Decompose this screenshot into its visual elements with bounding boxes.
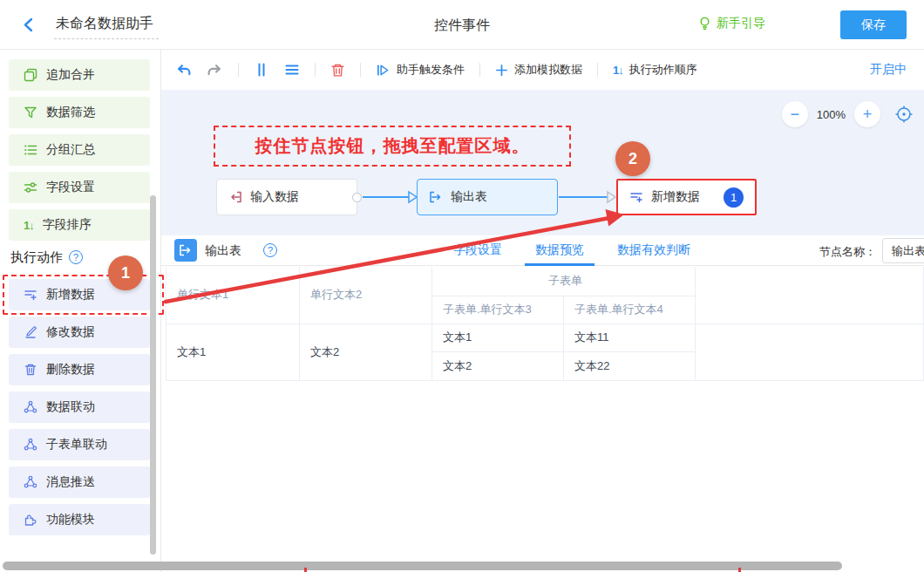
- zoom-controls: − 100% +: [782, 101, 914, 127]
- app-window: 控件事件 未命名数据助手 新手引导 保存 追加合并 数据筛选 分组汇总 字段设置: [0, 0, 924, 572]
- sidebar-item-data-linkage[interactable]: 数据联动: [9, 392, 150, 423]
- align-vertical-button[interactable]: [254, 62, 269, 78]
- table-header-row: 单行文本1 单行文本2 子表单: [166, 267, 924, 296]
- zoom-in-button[interactable]: +: [854, 101, 880, 127]
- status-toggle[interactable]: 开启中: [870, 62, 907, 78]
- node-label: 新增数据: [651, 189, 700, 205]
- data-linkage-icon: [24, 400, 37, 414]
- flow-canvas[interactable]: − 100% + 按住节点按钮，拖拽至配置区域。 输入数据 输出表: [161, 90, 924, 235]
- filter-icon: [24, 106, 37, 119]
- sidebar-item-label: 删除数据: [46, 362, 95, 378]
- help-icon[interactable]: ?: [69, 250, 83, 264]
- tab-data-preview[interactable]: 数据预览: [525, 235, 594, 266]
- sidebar-item-delete-data[interactable]: 删除数据: [9, 354, 150, 385]
- action-order-button[interactable]: 1↓ 执行动作顺序: [613, 62, 697, 78]
- sidebar-item-field-settings[interactable]: 字段设置: [9, 172, 150, 203]
- add-data-icon: [24, 288, 37, 302]
- node-output-table[interactable]: 输出表: [417, 179, 558, 215]
- node-label: 输入数据: [250, 189, 299, 205]
- tab-data-validation[interactable]: 数据有效判断: [607, 235, 701, 266]
- order-sort-icon: 1↓: [613, 64, 623, 77]
- toolbar-divider: [479, 63, 480, 77]
- toolbar-divider: [597, 63, 598, 77]
- panel-title: 输出表: [205, 243, 241, 259]
- field-settings-icon: [24, 180, 37, 194]
- horizontal-scrollbar[interactable]: [3, 562, 842, 570]
- sidebar-item-data-filter[interactable]: 数据筛选: [9, 97, 150, 128]
- drag-hint-tooltip: 按住节点按钮，拖拽至配置区域。: [214, 126, 571, 167]
- redo-icon: [207, 63, 223, 78]
- tutorial-dash-mark: [304, 568, 307, 572]
- sidebar-item-field-sort[interactable]: 1↓ 字段排序: [9, 209, 150, 241]
- column-subheader: 子表单.单行文本4: [564, 296, 696, 323]
- node-count-badge: 1: [724, 187, 744, 208]
- sidebar-item-subform-linkage[interactable]: 子表单联动: [9, 429, 150, 460]
- panel-output-table-icon: [174, 239, 197, 262]
- sidebar-scrollbar[interactable]: [150, 195, 156, 555]
- toolbar-divider: [238, 63, 239, 77]
- zoom-level: 100%: [817, 108, 846, 121]
- subform-linkage-icon: [24, 438, 37, 452]
- sidebar-item-label: 子表单联动: [46, 437, 107, 453]
- save-button[interactable]: 保存: [840, 10, 907, 39]
- table-cell: 文本2: [300, 323, 432, 380]
- canvas-toolbar: 助手触发条件 添加模拟数据 1↓ 执行动作顺序 开启中: [161, 50, 924, 90]
- top-header: 控件事件 未命名数据助手 新手引导 保存: [0, 0, 924, 50]
- sidebar-item-group-summary[interactable]: 分组汇总: [9, 134, 150, 166]
- node-add-data[interactable]: 新增数据 1: [616, 179, 757, 215]
- play-trigger-icon: [376, 63, 391, 78]
- table-cell: 文本22: [564, 351, 696, 380]
- message-push-icon: [24, 475, 37, 489]
- redo-button[interactable]: [207, 63, 223, 78]
- sidebar-item-label: 功能模块: [46, 512, 95, 528]
- beginner-guide-link[interactable]: 新手引导: [698, 16, 765, 31]
- table-cell: 文本2: [432, 351, 564, 380]
- sidebar-item-message-push[interactable]: 消息推送: [9, 466, 150, 498]
- back-button[interactable]: [21, 17, 38, 34]
- sidebar: 追加合并 数据筛选 分组汇总 字段设置 1↓ 字段排序 执行动作 ? 新增数据: [0, 50, 161, 572]
- node-input-data[interactable]: 输入数据: [216, 179, 357, 215]
- document-title[interactable]: 未命名数据助手: [54, 15, 159, 39]
- locate-center-button[interactable]: [894, 105, 914, 124]
- trigger-condition-button[interactable]: 助手触发条件: [376, 62, 465, 78]
- panel-help-icon[interactable]: ?: [263, 243, 277, 257]
- back-chevron-icon: [21, 17, 37, 33]
- add-data-node-icon: [629, 190, 643, 204]
- sidebar-item-label: 数据联动: [46, 399, 95, 415]
- output-table-icon: [429, 190, 443, 204]
- align-horizontal-icon: [284, 62, 300, 78]
- sidebar-item-label: 字段设置: [46, 180, 95, 195]
- module-icon: [24, 513, 37, 527]
- sidebar-item-label: 数据筛选: [46, 105, 95, 120]
- delete-node-button[interactable]: [330, 63, 345, 78]
- sidebar-item-edit-data[interactable]: 修改数据: [9, 317, 150, 348]
- zoom-out-button[interactable]: −: [782, 101, 808, 127]
- data-preview-table: 单行文本1 单行文本2 子表单 子表单.单行文本3 子表单.单行文本4 文本1 …: [166, 267, 924, 381]
- tutorial-step-2-badge: 2: [615, 141, 650, 176]
- sidebar-item-function-module[interactable]: 功能模块: [9, 504, 150, 535]
- node-name-input[interactable]: [882, 238, 924, 263]
- column-header: 单行文本1: [166, 267, 300, 323]
- node-config-panel-header: 输出表 ? 字段设置 数据预览 数据有效判断 节点名称：: [161, 235, 924, 266]
- tab-field-settings[interactable]: 字段设置: [443, 235, 513, 266]
- node-label: 输出表: [451, 189, 487, 205]
- sidebar-item-append-merge[interactable]: 追加合并: [9, 59, 150, 91]
- field-sort-icon: 1↓: [24, 219, 34, 232]
- node-output-port[interactable]: [352, 193, 362, 202]
- align-vertical-icon: [254, 62, 269, 78]
- edit-data-icon: [24, 325, 37, 339]
- main-area: 助手触发条件 添加模拟数据 1↓ 执行动作顺序 开启中 −: [161, 50, 924, 572]
- undo-button[interactable]: [175, 63, 192, 78]
- toolbar-divider: [360, 63, 361, 77]
- sidebar-item-label: 消息推送: [46, 474, 95, 490]
- action-section-title: 执行动作: [10, 249, 63, 266]
- panel-tabs: 字段设置 数据预览 数据有效判断: [443, 235, 701, 266]
- align-horizontal-button[interactable]: [284, 62, 300, 78]
- toolbar-divider: [315, 63, 316, 77]
- add-mock-data-button[interactable]: 添加模拟数据: [495, 62, 582, 78]
- delete-data-icon: [24, 363, 37, 377]
- column-group-header: 子表单: [432, 267, 696, 296]
- undo-icon: [175, 63, 192, 78]
- sidebar-item-label: 字段排序: [43, 217, 92, 233]
- sidebar-item-label: 新增数据: [46, 287, 95, 303]
